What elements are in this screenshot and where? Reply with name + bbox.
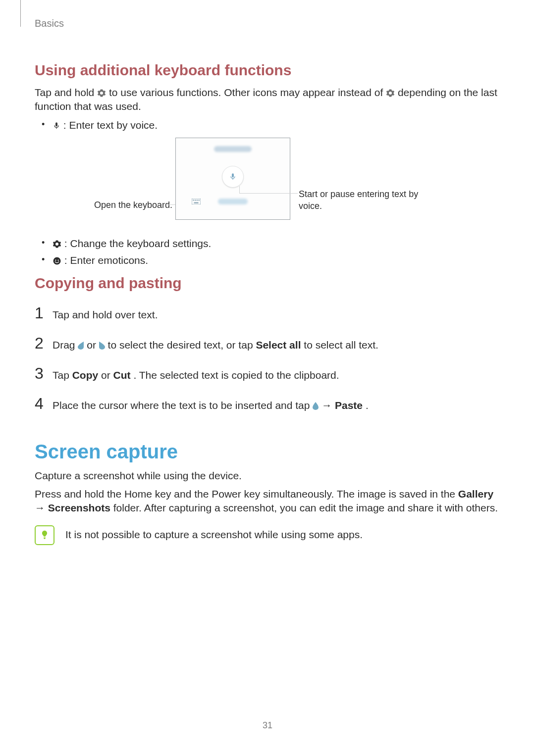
bold-copy: Copy (72, 369, 99, 381)
note: It is not possible to capture a screensh… (35, 525, 500, 545)
bullet-list-1: : Enter text by voice. (35, 118, 500, 132)
text: Press and hold the Home key and the Powe… (35, 488, 458, 500)
keyboard-icon[interactable] (192, 199, 201, 204)
step-number: 1 (35, 302, 53, 324)
svg-rect-1 (193, 200, 194, 201)
svg-point-6 (54, 257, 61, 264)
text: : Enter text by voice. (63, 119, 158, 131)
text: to select the desired text, or tap (108, 339, 256, 351)
steps-list: 1 Tap and hold over text. 2 Drag or to s… (35, 302, 500, 415)
svg-rect-0 (192, 199, 201, 204)
text: Place the cursor where the text is to be… (53, 400, 313, 411)
gear-icon (386, 87, 395, 96)
arrow: → (35, 502, 48, 513)
svg-rect-5 (194, 202, 199, 203)
heading-keyboard-functions: Using additional keyboard functions (35, 60, 500, 81)
text: Tap (53, 369, 72, 381)
heading-screen-capture: Screen capture (35, 438, 500, 465)
svg-rect-4 (199, 200, 200, 201)
capture-p2: Press and hold the Home key and the Powe… (35, 487, 500, 515)
svg-rect-3 (197, 200, 198, 201)
step-number: 3 (35, 363, 53, 384)
mic-icon (53, 119, 63, 131)
bullet-emoticons: : Enter emoticons. (42, 253, 500, 267)
tap-to-speak-blur (214, 146, 252, 152)
step-4: 4 Place the cursor where the text is to … (35, 393, 500, 414)
text: . The selected text is copied to the cli… (133, 369, 339, 381)
text: Drag (53, 339, 78, 351)
heading-copy-paste: Copying and pasting (35, 273, 500, 294)
mic-button[interactable] (222, 166, 244, 188)
text: to use various functions. Other icons ma… (109, 87, 386, 98)
bold-select-all: Select all (256, 339, 301, 351)
chapter-label: Basics (35, 17, 64, 30)
text: : Enter emoticons. (64, 254, 148, 266)
step-text: Place the cursor where the text is to be… (53, 399, 500, 412)
page: Basics Using additional keyboard functio… (0, 0, 535, 756)
svg-point-7 (55, 259, 56, 260)
svg-rect-2 (195, 200, 196, 201)
callout-line (239, 186, 240, 193)
bold-gallery: Gallery (458, 488, 493, 500)
emoticon-icon (53, 254, 64, 266)
step-1: 1 Tap and hold over text. (35, 302, 500, 324)
bold-paste: Paste (335, 400, 363, 411)
intro-paragraph: Tap and hold to use various functions. O… (35, 86, 500, 114)
teardrop-center-icon (313, 400, 319, 407)
step-3: 3 Tap Copy or Cut . The selected text is… (35, 363, 500, 384)
callout-line (239, 193, 298, 194)
bullet-voice: : Enter text by voice. (42, 118, 500, 132)
text: or (101, 369, 113, 381)
bullet-settings: : Change the keyboard settings. (42, 237, 500, 251)
bold-cut: Cut (113, 369, 131, 381)
step-text: Drag or to select the desired text, or t… (53, 338, 500, 352)
step-number: 2 (35, 333, 53, 354)
text: . (366, 400, 369, 411)
text: Tap and hold (35, 87, 97, 98)
voice-input-panel (175, 138, 290, 220)
arrow: → (321, 400, 335, 411)
page-number: 31 (0, 719, 535, 731)
capture-p1: Capture a screenshot while using the dev… (35, 469, 500, 483)
text: or (87, 339, 99, 351)
note-text: It is not possible to capture a screensh… (65, 528, 500, 542)
bullet-list-2: : Change the keyboard settings. : Enter … (35, 237, 500, 268)
teardrop-left-icon (78, 339, 84, 347)
step-text: Tap Copy or Cut . The selected text is c… (53, 368, 500, 382)
step-number: 4 (35, 393, 53, 414)
note-icon (35, 525, 54, 545)
text: : Change the keyboard settings. (64, 238, 212, 249)
google-blur (218, 199, 248, 204)
text: folder. After capturing a screenshot, yo… (113, 502, 498, 513)
gear-icon (97, 87, 106, 96)
svg-point-8 (58, 259, 59, 260)
callout-open-keyboard: Open the keyboard. (94, 199, 172, 211)
step-2: 2 Drag or to select the desired text, or… (35, 333, 500, 354)
step-text: Tap and hold over text. (53, 308, 500, 322)
content: Using additional keyboard functions Tap … (35, 0, 500, 545)
gear-icon (53, 238, 64, 249)
text: to select all text. (304, 339, 378, 351)
voice-input-figure: Open the keyboard. Start or pause enteri… (35, 138, 500, 227)
header-rule (20, 0, 21, 27)
bold-screenshots: Screenshots (48, 502, 110, 513)
callout-voice-toggle: Start or pause entering text by voice. (299, 188, 428, 212)
teardrop-right-icon (99, 339, 105, 347)
